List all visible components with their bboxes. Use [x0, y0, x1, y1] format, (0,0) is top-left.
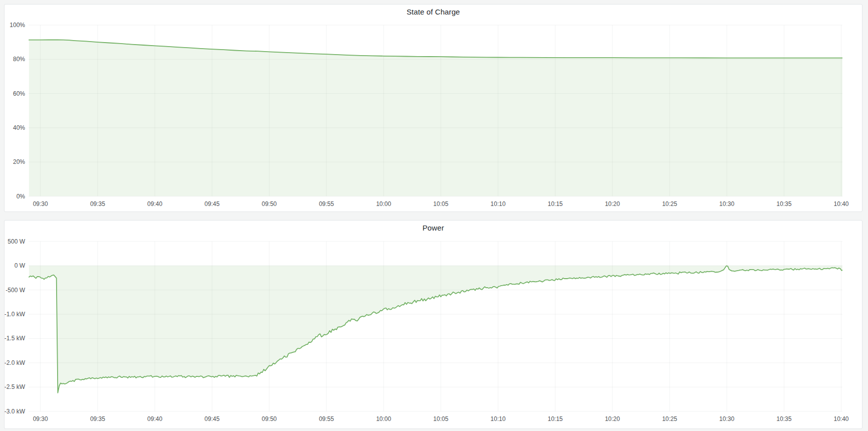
x-axis-labels: 09:3009:3509:4009:4509:5009:5510:0010:05…	[33, 415, 849, 422]
svg-text:10:25: 10:25	[662, 415, 677, 422]
svg-text:09:50: 09:50	[261, 415, 276, 422]
svg-text:10:00: 10:00	[376, 200, 391, 207]
svg-text:500 W: 500 W	[8, 238, 25, 245]
svg-text:10:15: 10:15	[547, 415, 562, 422]
svg-text:10:25: 10:25	[662, 200, 677, 207]
svg-text:-500 W: -500 W	[6, 287, 25, 294]
svg-text:09:30: 09:30	[33, 415, 48, 422]
svg-text:80%: 80%	[13, 56, 25, 63]
y-axis-labels: 100%80%60%40%20%0%	[10, 22, 25, 200]
svg-text:10:35: 10:35	[776, 415, 791, 422]
panel-title-power[interactable]: Power	[5, 224, 862, 232]
panel-title-state-of-charge[interactable]: State of Charge	[5, 8, 862, 16]
y-axis-labels: 500 W0 W-500 W-1.0 kW-1.5 kW-2.0 kW-2.5 …	[5, 238, 26, 415]
svg-text:09:55: 09:55	[319, 200, 334, 207]
svg-text:10:10: 10:10	[490, 200, 505, 207]
svg-text:10:30: 10:30	[719, 200, 734, 207]
svg-text:10:10: 10:10	[490, 415, 505, 422]
svg-text:09:30: 09:30	[33, 200, 48, 207]
svg-text:10:20: 10:20	[605, 200, 620, 207]
svg-text:09:45: 09:45	[204, 200, 219, 207]
panel-power: Power 500 W0 W-500 W-1.0 kW-1.5 kW-2.0 k…	[4, 220, 862, 429]
svg-text:09:35: 09:35	[90, 200, 105, 207]
svg-text:-1.5 kW: -1.5 kW	[5, 335, 26, 342]
svg-text:10:35: 10:35	[776, 200, 791, 207]
series-0	[29, 40, 842, 196]
svg-text:09:35: 09:35	[90, 415, 105, 422]
svg-text:10:00: 10:00	[376, 415, 391, 422]
svg-text:-3.0 kW: -3.0 kW	[5, 408, 26, 415]
svg-text:-2.5 kW: -2.5 kW	[5, 383, 26, 390]
dashboard: { "page": { "background": "#f4f5f5", "pa…	[0, 0, 868, 431]
svg-text:10:40: 10:40	[833, 415, 848, 422]
panel-state-of-charge: State of Charge 100%80%60%40%20%0%09:300…	[4, 4, 862, 212]
svg-text:-2.0 kW: -2.0 kW	[5, 359, 26, 366]
svg-text:10:40: 10:40	[833, 200, 848, 207]
svg-text:20%: 20%	[13, 158, 25, 165]
svg-text:10:20: 10:20	[605, 415, 620, 422]
svg-text:100%: 100%	[10, 22, 25, 29]
svg-text:09:40: 09:40	[147, 200, 162, 207]
svg-text:0%: 0%	[17, 193, 26, 200]
svg-text:09:50: 09:50	[261, 200, 276, 207]
svg-text:09:45: 09:45	[204, 415, 219, 422]
svg-text:10:05: 10:05	[433, 200, 448, 207]
soc-chart[interactable]: 100%80%60%40%20%0%09:3009:3509:4009:4509…	[5, 5, 862, 211]
svg-text:40%: 40%	[13, 124, 25, 131]
power-chart[interactable]: 500 W0 W-500 W-1.0 kW-1.5 kW-2.0 kW-2.5 …	[5, 221, 862, 428]
svg-text:60%: 60%	[13, 90, 25, 97]
svg-text:10:05: 10:05	[433, 415, 448, 422]
series-1	[29, 266, 842, 393]
x-axis-labels: 09:3009:3509:4009:4509:5009:5510:0010:05…	[33, 200, 849, 207]
svg-text:09:55: 09:55	[319, 415, 334, 422]
svg-text:09:40: 09:40	[147, 415, 162, 422]
svg-text:10:30: 10:30	[719, 415, 734, 422]
svg-text:10:15: 10:15	[547, 200, 562, 207]
svg-text:-1.0 kW: -1.0 kW	[5, 311, 26, 318]
svg-text:0 W: 0 W	[15, 262, 26, 269]
